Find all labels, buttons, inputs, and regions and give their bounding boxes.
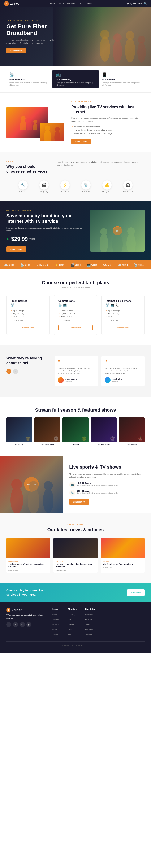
plan-full-features: Up to 200 Mbps Night Turbo Speed Wi-Fi I… [106,309,140,322]
footer-about-link-5[interactable]: Blog [68,633,71,635]
social-facebook[interactable]: f [6,622,11,627]
svg-point-17 [55,127,60,131]
nav-plans[interactable]: Plans [78,2,83,5]
plan-full-icons: 📡 📺 📞 [106,303,140,307]
fiber-desc: Lorem ipsum dolor sit amet, consectetur … [9,82,49,86]
bundle-price-period: / Month [29,238,35,240]
logos-bar: ☁️ Cloud 📡 Signal CoMEDY ⚡ Flash 🎬 Studi… [0,260,151,270]
sports-feature-desc-2: Lorem ipsum dolor sit amet, consectetur … [77,492,118,494]
sports-image: Watch Live [0,456,63,513]
testimonial-text-2: Lorem ipsum simply free text dolor sit a… [104,367,141,375]
plan-fiber-icons: 📡 [11,303,45,307]
social-twitter[interactable]: t [13,622,18,627]
fiber-feature-2: Night Turbo Speed [11,312,45,315]
footer-stay-link-4[interactable]: Instagram [85,628,93,630]
svg-point-24 [10,486,23,513]
footer-stay-link-1[interactable]: Newsletter [85,614,93,616]
news-card-2[interactable]: Internet The best usage of the fiber int… [54,537,97,573]
svg-point-15 [45,125,50,131]
why-icons-row: 🔧 Installation 🎬 4K Quality ⚡ Ultra Fast… [6,180,145,193]
providing-cta-button[interactable]: Connect Now [71,138,91,144]
social-youtube[interactable]: ▶ [26,622,31,627]
social-instagram[interactable]: in [20,622,25,627]
footer-stay-link-5[interactable]: YouTube [85,633,92,635]
logo-studio: 🎬 Studio [70,263,81,267]
plan-card-full: Internet + TV + Phone 📡 📺 📞 Up to 200 Mb… [101,295,145,335]
nav-phone: +1 (800) 555-0180 [124,2,142,5]
check-area-line1: Check ability to connect ourservices in … [6,589,46,596]
footer-logo: Z Zeinet [6,608,44,612]
sports-desc: There are many variations of passages of… [69,472,145,478]
show-card-4[interactable]: 👻 Haunting Games [91,417,117,445]
logo-cloud: ☁️ Cloud [4,263,14,267]
fiber-plan-btn[interactable]: Connect Now [11,325,45,331]
cheap-label: Cheap Plans [98,191,115,193]
footer-stay-link-2[interactable]: Facebook [85,619,92,621]
nav-about[interactable]: About [58,2,64,5]
plan-fiber-features: Up to 50 Mbps Night Turbo Speed Wi-Fi In… [11,309,45,322]
ultrafast-label: Ultra Fast [57,191,73,193]
plan-fiber-name: Fiber Internet [11,300,45,302]
why-desc-block: Lorem ipsum dolor sit amet, consectetur … [57,161,145,167]
mobile-title: All for Mobile [102,79,142,81]
nav-contact[interactable]: Contact [86,2,93,5]
tv-desc: Lorem ipsum dolor sit amet, consectetur … [56,82,95,86]
footer-about-link-1[interactable]: Our Story [68,614,75,616]
cheap-icon: 💰 [102,180,112,190]
comfort-plan-btn[interactable]: Connect Now [58,325,93,331]
svg-point-3 [113,33,122,42]
testimonial-nav-next[interactable]: › [13,369,18,374]
footer-about-link-4[interactable]: Press [68,628,72,630]
why-section: Why Us Why you should choose zeinet serv… [0,152,151,201]
come-label: COME [103,264,112,266]
why-title: Why you should choose zeinet services [6,164,48,174]
footer-link-contact[interactable]: Contact [53,633,58,635]
footer-link-plans[interactable]: Plans [53,628,57,630]
providing-desc: Phasellus non cursus ligula, sed mattis … [71,117,145,123]
sports-feature-info-1: 4K UHD Quality Lorem ipsum dolor sit ame… [77,482,118,486]
sports-cta-button[interactable]: Connect Now [69,499,89,505]
testimonial-nav-prev[interactable]: ‹ [6,369,11,374]
footer-about-link-2[interactable]: Team [68,619,72,621]
footer-brand: Z Zeinet TV on your every screen with th… [6,608,44,637]
hero-cta-button[interactable]: Connect Now [6,48,26,54]
testimonials-title: What they're talking about zeinet [6,356,48,366]
news-card-3[interactable]: TV Plans The fiber internet from broadba… [101,537,145,573]
show-name-5: Chucky Doll [119,442,145,445]
svg-point-23 [127,227,135,235]
check-area-button[interactable]: Subscribe [127,589,145,596]
testimonial-author-2: Sarah Albert Customer [104,377,141,383]
author-info-1: Kevin Martin Customer [65,378,77,382]
svg-point-11 [27,118,32,122]
show-img-2: 💀 [34,417,60,442]
feature-tv: 📺 TV & Streaming Lorem ipsum dolor sit a… [53,70,98,88]
show-card-3[interactable]: 🤴 The Duke [62,417,89,445]
why-item-cheap: 💰 Cheap Plans [98,180,115,193]
show-img-1: 👸 [6,417,32,442]
nav-services[interactable]: Services [67,2,75,5]
footer-social: f t in ▶ [6,622,44,627]
nav-home[interactable]: Home [50,2,55,5]
author-avatar-2 [104,377,111,383]
sports-features: 📺 4K UHD Quality Lorem ipsum dolor sit a… [69,482,145,496]
show-img-4: 👻 [91,417,117,442]
footer-link-home[interactable]: Home [53,614,57,616]
show-card-2[interactable]: 💀 Scared to Death [34,417,60,445]
testimonials-section: What they're talking about zeinet ‹ › " … [0,345,151,397]
svg-point-14 [44,129,51,141]
search-icon[interactable]: 🔍 [144,2,147,5]
show-card-1[interactable]: 👸 Cinderella [6,417,32,445]
logo-watch: 📺 Watch [87,263,97,267]
bundle-cta-button[interactable]: Connect Now [6,246,26,252]
footer-link-about[interactable]: About Us [53,619,59,621]
footer-stay-link-3[interactable]: Twitter [85,623,90,625]
full-plan-btn[interactable]: Connect Now [106,325,140,331]
footer-link-services[interactable]: Services [53,623,59,625]
why-item-installation: 🔧 Installation [15,180,31,193]
quality-icon: 🎬 [39,180,49,190]
news-card-1[interactable]: Broadband The best usage of the fiber in… [6,537,50,573]
footer-about-link-3[interactable]: Careers [68,623,73,625]
comedy-label: CoMEDY [37,264,49,266]
show-card-5[interactable]: 🪆 Chucky Doll [119,417,145,445]
feature-mobile: 📱 All for Mobile Lorem ipsum dolor sit a… [99,70,145,88]
